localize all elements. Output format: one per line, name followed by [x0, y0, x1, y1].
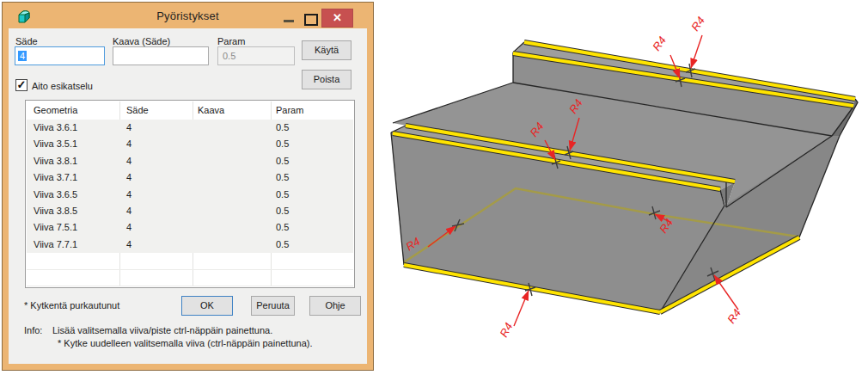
col-param[interactable]: Param: [276, 101, 303, 120]
info-label: Info:: [24, 325, 42, 335]
cad-3d-viewport[interactable]: R4 R4 R4 R4 R4 R4 R4 R4: [378, 0, 868, 375]
radius-input[interactable]: 4: [15, 46, 105, 65]
table-row[interactable]: Viiva 3.8.140.5: [27, 153, 353, 169]
close-icon[interactable]: ✕: [321, 9, 353, 28]
empty-row-line: [27, 286, 353, 286]
filleted-cube-icon: [15, 9, 32, 24]
table-row[interactable]: Viiva 3.8.540.5: [27, 203, 353, 219]
radius-annotation: R4: [724, 306, 743, 325]
fillets-dialog: Pyöristykset ✕ Säde Kaava (Säde) Param 4…: [2, 2, 374, 371]
cancel-button[interactable]: Peruuta: [251, 296, 295, 316]
col-geometria[interactable]: Geometria: [34, 101, 77, 120]
maximize-icon[interactable]: [304, 14, 318, 26]
param-field: 0.5: [217, 46, 295, 65]
apply-button[interactable]: Käytä: [302, 40, 351, 60]
empty-row-line: [27, 269, 353, 270]
ok-button[interactable]: OK: [181, 296, 233, 316]
status-note: * Kytkentä purkautunut: [24, 300, 119, 310]
table-row[interactable]: Viiva 3.6.140.5: [27, 120, 353, 136]
help-button[interactable]: Ohje: [309, 296, 361, 316]
param-label: Param: [217, 36, 245, 46]
formula-input[interactable]: [113, 46, 209, 65]
radius-label: Säde: [15, 36, 38, 46]
table-row[interactable]: Viiva 3.7.140.5: [27, 169, 353, 186]
table-row[interactable]: Viiva 7.7.140.5: [27, 237, 353, 253]
radius-annotation: R4: [688, 14, 707, 33]
radius-annotation: R4: [497, 321, 515, 340]
table-row[interactable]: Viiva 3.6.540.5: [27, 187, 353, 203]
col-kaava[interactable]: Kaava: [198, 101, 224, 120]
dialog-client-area: Säde Kaava (Säde) Param 4 0.5 Käytä Pois…: [9, 28, 367, 364]
true-preview-checkbox[interactable]: ✓: [15, 79, 28, 91]
fillet-table[interactable]: Geometria Säde Kaava Param Viiva 3.6.140…: [25, 100, 355, 288]
info-line-1: Lisää valitsemalla viiva/piste ctrl-näpp…: [52, 325, 272, 335]
remove-button[interactable]: Poista: [302, 70, 351, 89]
info-line-2: * Kytke uudelleen valitsemalla viiva (ct…: [58, 338, 313, 348]
radius-annotation: R4: [650, 34, 669, 52]
selected-text: 4: [18, 51, 27, 61]
table-rows: Viiva 3.6.140.5 Viiva 3.5.140.5 Viiva 3.…: [27, 120, 353, 253]
table-row[interactable]: Viiva 3.5.140.5: [27, 136, 353, 152]
titlebar[interactable]: Pyöristykset ✕: [3, 3, 373, 28]
col-sade[interactable]: Säde: [126, 101, 149, 120]
true-preview-label: Aito esikatselu: [32, 81, 93, 91]
formula-label: Kaava (Säde): [113, 36, 170, 46]
minimize-icon[interactable]: [284, 20, 294, 22]
table-row[interactable]: Viiva 7.5.140.5: [27, 219, 353, 236]
table-header: Geometria Säde Kaava Param: [26, 101, 354, 120]
